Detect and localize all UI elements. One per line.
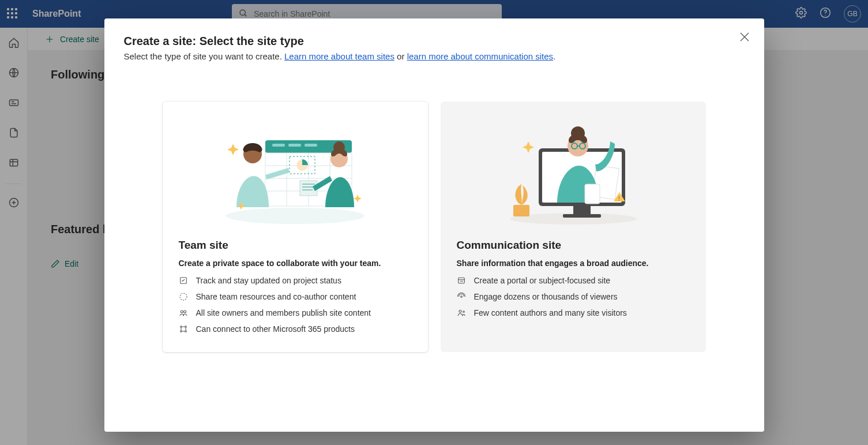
comm-site-title: Communication site xyxy=(457,239,690,252)
svg-point-43 xyxy=(183,311,186,313)
team-site-title: Team site xyxy=(179,239,412,252)
close-button[interactable] xyxy=(738,30,751,44)
comm-bullet-3: Few content authors and many site visito… xyxy=(457,308,690,317)
modal-title: Create a site: Select the site type xyxy=(124,35,745,48)
svg-rect-52 xyxy=(563,214,601,218)
svg-rect-21 xyxy=(272,144,285,147)
svg-point-65 xyxy=(460,296,462,298)
svg-point-67 xyxy=(463,311,464,313)
svg-text:!: ! xyxy=(618,196,620,202)
svg-rect-22 xyxy=(288,144,301,147)
team-bullet-2: Share team resources and co-author conte… xyxy=(179,292,412,301)
svg-point-46 xyxy=(180,331,182,332)
people-icon xyxy=(179,308,188,317)
communication-site-card[interactable]: ! xyxy=(441,102,706,352)
create-site-modal: Create a site: Select the site type Sele… xyxy=(104,18,764,432)
svg-point-47 xyxy=(185,331,186,332)
svg-point-41 xyxy=(180,293,187,300)
team-bullet-4: Can connect to other Microsoft 365 produ… xyxy=(179,324,412,334)
team-site-card[interactable]: Team site Create a private space to coll… xyxy=(163,102,428,352)
svg-point-42 xyxy=(181,311,183,313)
svg-point-45 xyxy=(185,326,186,328)
modal-subtitle: Select the type of site you want to crea… xyxy=(124,51,745,61)
comm-site-illustration: ! xyxy=(457,118,690,227)
svg-point-44 xyxy=(180,326,182,328)
modal-sub-suffix: . xyxy=(553,51,555,61)
comm-bullet-1: Create a portal or subject-focused site xyxy=(457,276,690,285)
modal-sub-prefix: Select the type of site you want to crea… xyxy=(124,51,285,61)
svg-rect-51 xyxy=(573,206,591,214)
modal-conj: or xyxy=(394,51,407,61)
close-icon xyxy=(738,30,751,44)
svg-point-19 xyxy=(226,208,365,224)
team-site-illustration xyxy=(179,118,412,227)
team-bullet-1: Track and stay updated on project status xyxy=(179,276,412,285)
team-site-tagline: Create a private space to collaborate wi… xyxy=(179,259,412,268)
share-icon xyxy=(179,292,188,301)
comm-site-tagline: Share information that engages a broad a… xyxy=(457,259,690,268)
svg-rect-62 xyxy=(458,278,464,283)
svg-rect-60 xyxy=(585,184,600,204)
comm-bullet-2: Engage dozens or thousands of viewers xyxy=(457,292,690,301)
svg-rect-61 xyxy=(513,205,529,216)
learn-comm-sites-link[interactable]: learn more about communication sites xyxy=(407,51,553,61)
modal-overlay[interactable]: Create a site: Select the site type Sele… xyxy=(0,0,868,445)
author-icon xyxy=(457,308,466,317)
svg-rect-23 xyxy=(305,144,317,147)
connect-icon xyxy=(179,324,188,334)
portal-icon xyxy=(457,276,466,285)
team-bullet-3: All site owners and members publish site… xyxy=(179,308,412,317)
learn-team-sites-link[interactable]: Learn more about team sites xyxy=(284,51,394,61)
checklist-icon xyxy=(179,276,188,285)
svg-point-66 xyxy=(459,310,461,312)
broadcast-icon xyxy=(457,292,466,301)
